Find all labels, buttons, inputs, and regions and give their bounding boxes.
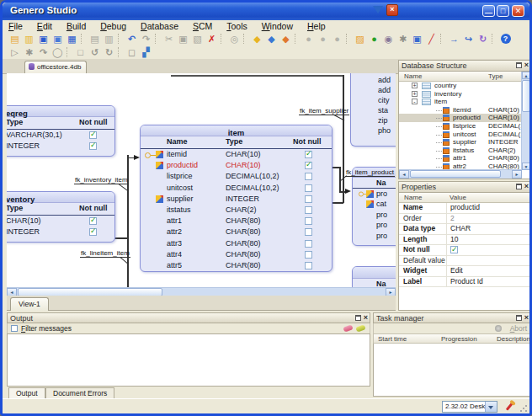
tree-item[interactable]: productid CHAR(10) [399,114,522,122]
menu-item[interactable]: Edit [31,20,58,31]
start-icon[interactable]: ▷ [8,46,22,58]
table-row[interactable]: VARCHAR(30,1) [7,130,114,141]
toolbar-button[interactable] [243,34,247,44]
not-null-checkbox[interactable] [89,131,97,139]
menu-item[interactable]: File [3,20,29,31]
tree-expander-icon[interactable]: - [412,99,418,104]
not-null-checkbox[interactable] [305,151,312,158]
not-null-checkbox[interactable] [305,217,312,225]
float-panel-icon[interactable] [355,315,361,321]
property-value[interactable]: productid [450,203,480,211]
task-column-header[interactable]: Progression [441,335,477,343]
property-row[interactable]: Default value [399,256,530,267]
tree-item[interactable]: - item [399,98,522,106]
table-row[interactable]: itemid CHAR(10) [141,149,332,160]
undo-icon[interactable]: ↶ [125,33,139,45]
not-null-checkbox[interactable] [89,228,97,236]
save-output-icon[interactable] [355,324,365,332]
scroll-down-button[interactable]: ▼ [522,163,530,170]
tree-expander-icon[interactable]: + [412,91,418,97]
meta-icon[interactable]: ✱ [396,33,410,45]
menu-item[interactable]: Build [61,20,92,31]
task-list[interactable] [373,344,531,397]
schema-icon[interactable]: ▨ [353,33,367,45]
tree-item[interactable]: itemid CHAR(10) [399,106,522,115]
property-row[interactable]: Widget Edit [399,266,530,277]
print-preview-icon[interactable]: ▥ [102,33,116,45]
task-manager-header[interactable]: Task manager × [373,312,531,323]
tree-item[interactable]: + inventory [399,90,522,99]
horizontal-scrollbar[interactable]: ◄ ► [399,169,522,179]
rotate-right-icon[interactable]: ↻ [102,46,116,58]
property-row[interactable]: Label Product Id [399,277,530,288]
tree-expander-icon[interactable]: + [412,83,418,88]
not-null-checkbox[interactable] [89,142,97,150]
table-row[interactable]: pro [353,231,396,241]
property-row[interactable]: Length 10 [399,235,530,246]
diagram-table-seqreg[interactable]: eqreg Type Not null VARCHAR(30,1) INTEGE… [7,105,115,157]
table-row[interactable]: pho [351,125,396,136]
close-panel-icon[interactable]: × [364,314,368,322]
not-null-checkbox[interactable] [89,217,97,225]
scroll-up-button[interactable]: ▲ [522,72,530,79]
panel-header[interactable]: Properties × [399,182,530,193]
new-file-icon[interactable]: ▤ [8,33,22,45]
table-row[interactable]: unitcost DECIMAL(10,2) [141,183,332,194]
menu-item[interactable]: Database [135,20,184,31]
table-row[interactable]: add [351,85,396,95]
window-icon[interactable]: ◻ [125,46,139,58]
table-row[interactable]: listprice DECIMAL(10,2) [141,171,332,182]
scrollbar-thumb[interactable] [410,170,501,178]
abort-button[interactable]: Abort [510,324,527,333]
property-row[interactable]: Name productid [399,203,530,214]
not-null-checkbox[interactable] [305,162,312,169]
diagram-table-inventory[interactable]: ventory Type Not null CHAR(10) INTEGER [7,191,115,243]
table-row[interactable]: attr5 CHAR(80) [141,260,332,271]
table-row[interactable]: add [351,75,396,85]
menu-item[interactable]: Debug [94,20,132,31]
resize-grip[interactable] [519,404,528,413]
save-icon[interactable]: ▣ [36,33,51,45]
task-column-headers[interactable]: Start time Progression Description [373,333,531,344]
rotate-left-icon[interactable]: ↺ [88,46,102,58]
scroll-right-button[interactable]: ► [512,170,522,179]
tree-item[interactable]: itstatus CHAR(2) [399,147,522,155]
minimize-button[interactable]: — [482,5,495,17]
toolbar-button[interactable] [118,47,122,57]
toolbar-button[interactable] [492,34,496,44]
close-button[interactable]: ✕ [512,5,524,17]
not-null-checkbox[interactable] [305,206,312,214]
window-list-icon[interactable] [373,6,383,13]
menu-item[interactable]: Window [256,20,299,31]
diagram-table-partial[interactable]: Na [352,266,396,287]
table-row[interactable]: pro [353,210,396,220]
step-icon[interactable]: ↷ [36,46,51,58]
table-row[interactable]: itstatus CHAR(2) [141,205,332,216]
table-row[interactable]: attr2 CHAR(80) [141,227,332,237]
combobox-dropdown-icon[interactable] [485,402,497,412]
sync-icon[interactable]: ↻ [476,33,490,45]
debug-run-icon[interactable]: ● [316,33,330,45]
frame-icon[interactable]: □ [73,46,88,58]
toolbar-button[interactable] [295,34,299,44]
run-icon[interactable]: ● [301,33,316,45]
filter-messages-checkbox[interactable] [11,325,18,332]
redo-icon[interactable]: ↷ [139,33,153,45]
print-icon[interactable]: ▤ [88,33,102,45]
config-icon[interactable]: ╱ [424,33,439,45]
not-null-checkbox[interactable] [305,240,312,248]
not-null-checkbox[interactable] [305,251,312,259]
close-panel-icon[interactable]: × [524,314,529,322]
open-file-icon[interactable]: ▥ [22,33,36,45]
tree-item[interactable]: unitcost DECIMAL(10,2) [399,131,522,139]
execute-icon[interactable]: ● [367,33,381,45]
float-panel-icon[interactable] [516,184,522,189]
toolbar-button[interactable] [118,34,122,44]
report-icon[interactable]: ▣ [410,33,424,45]
version-combobox[interactable]: 2.32.02 Desktop [442,401,497,413]
not-null-checkbox[interactable] [305,173,312,180]
import-icon[interactable]: → [447,33,461,45]
not-null-checkbox[interactable] [305,262,312,269]
tree-item[interactable]: + country [399,82,522,90]
menu-item[interactable]: Help [301,20,332,31]
